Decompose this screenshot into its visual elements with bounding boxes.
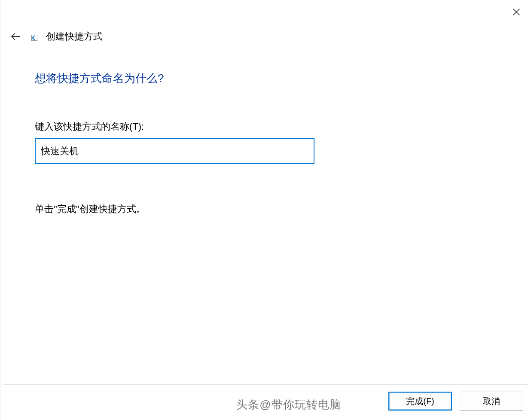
create-shortcut-wizard: 创建快捷方式 想将快捷方式命名为什么? 键入该快捷方式的名称(T): 单击"完成… — [0, 0, 531, 420]
wizard-content: 想将快捷方式命名为什么? 键入该快捷方式的名称(T): 单击"完成"创建快捷方式… — [35, 71, 497, 216]
close-button[interactable] — [510, 5, 523, 19]
shortcut-name-input[interactable] — [35, 138, 314, 164]
name-field-label: 键入该快捷方式的名称(T): — [35, 120, 497, 133]
instruction-text: 单击"完成"创建快捷方式。 — [35, 203, 497, 216]
finish-button[interactable]: 完成(F) — [388, 392, 452, 411]
cancel-button[interactable]: 取消 — [460, 392, 523, 411]
close-icon — [512, 7, 521, 17]
back-arrow-icon — [10, 31, 21, 42]
watermark-text: 头条@带你玩转电脑 — [236, 397, 341, 412]
footer-divider — [3, 384, 528, 385]
shortcut-icon — [31, 35, 37, 41]
wizard-title: 创建快捷方式 — [46, 30, 103, 43]
question-heading: 想将快捷方式命名为什么? — [35, 71, 497, 86]
wizard-header: 创建快捷方式 — [10, 30, 103, 43]
back-button[interactable] — [10, 31, 21, 42]
wizard-footer: 完成(F) 取消 — [388, 392, 523, 411]
